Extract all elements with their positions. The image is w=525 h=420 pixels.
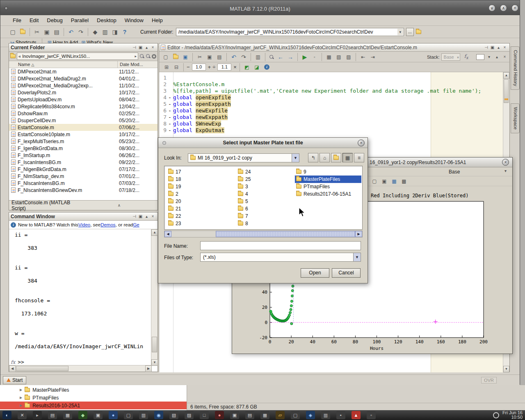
folder-item[interactable]: 2: [167, 190, 233, 198]
folder-item[interactable]: 23: [167, 220, 233, 227]
modified-line-marker[interactable]: [504, 98, 508, 100]
current-folder-panel-header[interactable]: Current Folder ⊣ ▣ ▴ ×: [9, 43, 158, 52]
new-script-icon[interactable]: ▢: [161, 52, 170, 62]
profiler-icon[interactable]: ◨: [110, 27, 119, 37]
help-icon[interactable]: ?: [120, 27, 129, 37]
find-icon[interactable]: [269, 55, 274, 59]
search-icon[interactable]: [139, 54, 144, 59]
grid-view-button[interactable]: ▦: [342, 153, 353, 162]
folder-item[interactable]: PTmapFiles: [295, 183, 361, 190]
value-decrement-icon[interactable]: −: [187, 64, 190, 70]
copy-icon[interactable]: ▣: [205, 52, 214, 62]
app-gray-1-icon[interactable]: ▣: [94, 411, 103, 419]
getting-started-link[interactable]: Ge: [133, 222, 139, 227]
app-gray-9-icon[interactable]: ▦: [260, 411, 269, 419]
stack-selector[interactable]: Base: [441, 53, 460, 61]
current-folder-input[interactable]: /media/data/EASY/InovImager_jwrCF_WINLin…: [176, 28, 404, 36]
app-blue-2-icon[interactable]: ◈: [306, 411, 315, 419]
redo-icon[interactable]: ↷: [239, 52, 248, 62]
minimize-panel-icon[interactable]: ▴: [144, 45, 150, 50]
app-gray-12-icon[interactable]: ▪: [336, 411, 345, 419]
clock[interactable]: Fri Jun 16 10:50: [502, 411, 523, 420]
menu-item-parallel[interactable]: Parallel: [67, 16, 93, 25]
start-button[interactable]: Start: [3, 376, 26, 384]
run-icon[interactable]: ▶: [300, 52, 309, 62]
tree-item[interactable]: ▶MasterPlateFiles: [0, 386, 187, 394]
dock-icon[interactable]: ⊣: [131, 45, 137, 50]
cut-icon[interactable]: ✂: [32, 27, 41, 37]
files-of-type-combobox[interactable]: (*.xls) ▼: [200, 253, 361, 262]
layout-box-icon[interactable]: [476, 54, 484, 60]
app-blue-1-icon[interactable]: ●: [109, 411, 118, 419]
app-gray-6-icon[interactable]: □: [200, 411, 209, 419]
go-back-icon[interactable]: ←: [276, 52, 285, 62]
expander-icon[interactable]: ▶: [20, 404, 22, 407]
folder-item[interactable]: 24: [237, 168, 290, 176]
scroll-down-icon[interactable]: ▼: [151, 359, 158, 366]
app-browser-icon[interactable]: ◉: [154, 411, 163, 419]
app-gray-4-icon[interactable]: ▧: [169, 411, 178, 419]
home-button[interactable]: ⌂: [320, 153, 330, 162]
editor-undock-icon[interactable]: ▴: [494, 55, 500, 59]
scrollbar-thumb[interactable]: [16, 366, 68, 371]
folder-item[interactable]: 25: [237, 176, 290, 183]
collapse-details-icon[interactable]: ∧: [83, 203, 155, 208]
command-window-hscrollbar[interactable]: ◀ ▶: [9, 365, 152, 372]
fig-subplot-icon[interactable]: ▩: [399, 177, 409, 186]
folder-item[interactable]: 4: [237, 190, 290, 198]
file-row[interactable]: DsuperCellDev.m05/20/2...: [9, 117, 158, 124]
cell-insert-icon[interactable]: ▦: [324, 52, 333, 62]
value-field-1[interactable]: 1.0: [192, 64, 206, 71]
app-swirl-icon[interactable]: ◐: [2, 411, 11, 419]
figure-dock-icon[interactable]: ▾: [504, 169, 507, 173]
app-gray-8-icon[interactable]: ▤: [245, 411, 254, 419]
file-row[interactable]: F_IscanIntensBG.m09/22/2...: [9, 159, 158, 166]
close-panel-icon[interactable]: ×: [150, 45, 156, 50]
file-row[interactable]: DMPexcel2mat.m11/11/2...: [9, 68, 158, 75]
indent-right-icon[interactable]: ⇥: [368, 52, 377, 62]
file-row[interactable]: F_NIscanIntensBGnewDev.m07/18/2...: [9, 187, 158, 194]
app-editor-icon[interactable]: ▦: [63, 411, 72, 419]
profile-coverage-icon[interactable]: ◪: [252, 63, 261, 72]
editor-header[interactable]: Editor - /media/data/EASY/InovImager_jwr…: [159, 43, 509, 52]
fig-new-icon[interactable]: ▢: [370, 177, 379, 186]
up-one-level-button[interactable]: ↰: [308, 153, 318, 162]
dialog-close-button[interactable]: ×: [358, 139, 365, 146]
command-prompt[interactable]: fx >>: [11, 359, 24, 365]
paste-icon[interactable]: ▤: [215, 52, 224, 62]
app-terminal-icon[interactable]: ▸: [33, 411, 42, 419]
cell-divide-icon[interactable]: ▧: [334, 52, 343, 62]
folder-item[interactable]: 21: [167, 205, 233, 212]
figure-close-button[interactable]: ×: [502, 159, 509, 166]
app-green-icon[interactable]: ◆: [78, 411, 87, 419]
app-gray-5-icon[interactable]: ▨: [185, 411, 194, 419]
folder-item[interactable]: 3: [237, 183, 290, 190]
dialog-titlebar[interactable]: Select input Master Plate text file ×: [158, 138, 368, 148]
info-icon[interactable]: i: [264, 64, 269, 70]
demos-link[interactable]: Demos: [100, 222, 115, 227]
actions-gear-icon[interactable]: [152, 54, 156, 59]
folder-item[interactable]: 6: [237, 205, 290, 212]
divide-op-icon[interactable]: ÷: [212, 64, 215, 70]
scrollbar-thumb[interactable]: [216, 231, 355, 237]
folder-item[interactable]: 17: [167, 168, 233, 176]
fig-save-icon[interactable]: ▣: [380, 177, 389, 186]
undo-icon[interactable]: ↶: [229, 52, 238, 62]
print-icon[interactable]: ▥: [253, 52, 262, 62]
tree-item[interactable]: ▶Results2016-10-25A1: [0, 402, 187, 409]
menu-item-window[interactable]: Window: [121, 16, 148, 25]
folder-item[interactable]: 18: [167, 176, 233, 183]
combo-dropdown-icon[interactable]: ▼: [292, 154, 299, 162]
value-field-2[interactable]: 1.1: [217, 64, 231, 71]
indent-left-icon[interactable]: ⇤: [358, 52, 368, 62]
copy-icon[interactable]: ▣: [42, 27, 51, 37]
new-file-icon[interactable]: ▢: [8, 27, 17, 37]
undock-icon[interactable]: ▣: [137, 214, 144, 219]
file-row[interactable]: DMPexcel2mat_MediaDrug2exp...11/10/2...: [9, 82, 158, 89]
scroll-left-icon[interactable]: ◀: [164, 231, 171, 237]
file-row[interactable]: F_IgenBkGrdData.m08/30/2...: [9, 145, 158, 152]
menu-item-desktop[interactable]: Desktop: [93, 16, 121, 25]
undock-icon[interactable]: ▣: [489, 45, 495, 50]
dialog-hscrollbar[interactable]: ◀ ▶: [164, 231, 363, 237]
scroll-left-icon[interactable]: ◀: [9, 365, 16, 372]
